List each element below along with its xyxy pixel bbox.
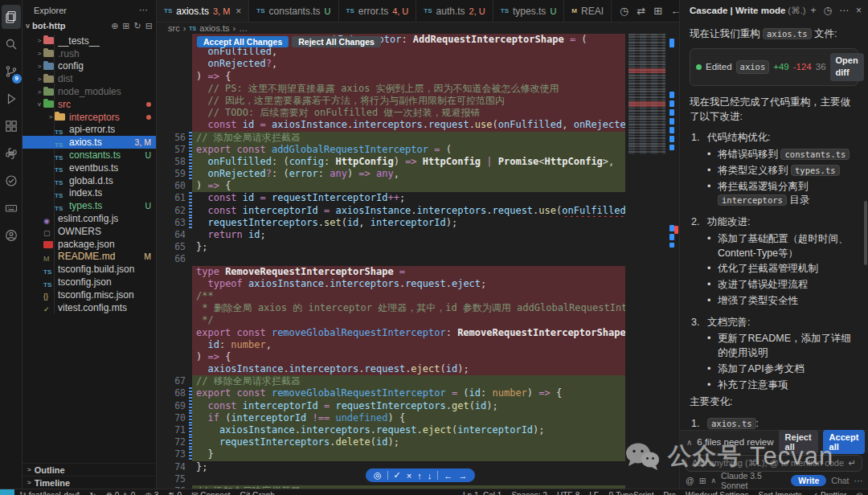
write-mode-button[interactable]: Write [791, 475, 826, 486]
status-item[interactable]: ✓ Prettier [807, 489, 851, 495]
tree-item-package-json[interactable]: package.json [23, 238, 156, 251]
status-item[interactable]: ◷ 3 [140, 489, 163, 495]
bullet-item: •更新了README，添加了详细的使用说明 [707, 332, 858, 361]
status-item[interactable]: LF [584, 489, 604, 495]
testing-icon[interactable] [2, 167, 21, 194]
timeline-section[interactable]: >Timeline [23, 476, 156, 489]
next-icon[interactable]: → [458, 471, 467, 481]
tree-item-eventbus-ts[interactable]: TSeventbus.ts [23, 162, 156, 174]
watermark-prefix: 公众号 [668, 440, 743, 472]
remote-indicator[interactable] [0, 489, 14, 495]
tab-REAI[interactable]: MREAI [564, 0, 612, 22]
tab-error-ts[interactable]: TSerror.ts4, U [339, 0, 417, 22]
tree-item-global-d-ts[interactable]: TSglobal.d.ts [23, 174, 156, 187]
search-icon[interactable] [2, 31, 21, 58]
down-icon[interactable]: ↓ [428, 471, 432, 481]
more-icon[interactable]: ⋯ [839, 5, 849, 16]
new-conversation-icon[interactable]: + [810, 5, 816, 16]
folder-icon [43, 100, 55, 108]
tab-auth-ts[interactable]: TSauth.ts2, U [416, 0, 493, 22]
cascade-scrollbar[interactable] [864, 201, 867, 265]
explorer-more-icon[interactable]: ⋯ [139, 5, 148, 15]
tree-item-interceptors[interactable]: >interceptors [23, 111, 156, 124]
reject-icon[interactable]: × [407, 471, 411, 481]
explorer-root[interactable]: v bot-http ⊕⊞↻⊟ [23, 18, 156, 33]
run-debug-icon[interactable] [2, 85, 21, 112]
breadcrumb[interactable]: src› TS axios.ts› … [157, 22, 679, 34]
new-file-icon[interactable]: ⊕ [111, 21, 118, 31]
bullet-dot: • [707, 332, 712, 361]
status-item[interactable]: Pre [658, 489, 681, 495]
tree-item-tsconfig-json[interactable]: TStsconfig.json [23, 276, 156, 288]
tree-item-constants-ts[interactable]: TSconstants.tsU [23, 149, 156, 162]
tree-item--rush[interactable]: >.rush [23, 47, 156, 60]
keyboard-icon[interactable] [2, 194, 21, 222]
new-folder-icon[interactable]: ⊞ [122, 21, 129, 31]
tab-constants-ts[interactable]: TSconstants.tsU [249, 0, 338, 22]
tab-axios-ts[interactable]: TSaxios.ts3, M× [157, 0, 249, 22]
tree-item-vitest-config-mts[interactable]: ✓vitest.config.mts [23, 301, 156, 314]
status-item[interactable]: Windsurf Settings [681, 489, 753, 495]
tree-item-tsconfig-misc-json[interactable]: {}tsconfig.misc.json [23, 288, 156, 301]
wechat-icon [624, 441, 661, 472]
accept-all-changes-button[interactable]: Accept All Changes [197, 36, 289, 47]
tree-item-tsconfig-build-json[interactable]: TStsconfig.build.json [23, 263, 156, 276]
status-item[interactable]: Spaces: 2 [506, 489, 551, 495]
status-item[interactable]: UTF-8 [552, 489, 584, 495]
status-item[interactable]: Sort Imports [753, 489, 806, 495]
status-item[interactable]: {} TypeScript [604, 489, 659, 495]
status-item[interactable]: ◎ [851, 489, 868, 495]
tree-item-README-md[interactable]: MREADME.mdM [23, 251, 156, 264]
tree-item-src[interactable]: vsrc [23, 98, 156, 111]
status-item[interactable]: ↻ [84, 489, 100, 495]
extensions-icon[interactable] [2, 112, 21, 140]
model-selector[interactable]: Claude 3.5 Sonnet [721, 471, 786, 490]
mention-icon[interactable]: @ [686, 476, 694, 485]
tree-item-dist[interactable]: >dist [23, 72, 156, 85]
up-icon[interactable]: ↑ [417, 471, 422, 481]
tree-item-OWNERS[interactable]: ▢OWNERS [23, 225, 156, 238]
history-icon[interactable]: ◷ [620, 5, 628, 17]
tab-types-ts[interactable]: TStypes.tsU [493, 0, 565, 22]
status-item[interactable]: Git Graph [235, 489, 280, 495]
folder-glyph [43, 37, 54, 44]
collapse-all-icon[interactable]: ⊟ [145, 21, 153, 31]
close-icon[interactable]: × [856, 5, 862, 16]
more-icon[interactable]: ⋯ [854, 476, 863, 485]
status-item[interactable]: feat/local-dev* [14, 489, 84, 495]
status-item[interactable]: ⇅ 0 [163, 489, 186, 495]
tree-item-eslint-config-js[interactable]: ◉eslint.config.js [23, 212, 156, 225]
open-diff-button[interactable]: Open diff [830, 53, 864, 81]
minimap[interactable] [628, 34, 665, 154]
status-item[interactable]: ✉ Connect [186, 489, 235, 495]
reject-all-changes-button[interactable]: Reject All Changes [292, 36, 381, 47]
prev-icon[interactable]: ← [444, 471, 452, 481]
split-editor-icon[interactable]: ⊞ [653, 5, 662, 17]
tree-item-types-ts[interactable]: TStypes.tsU [23, 199, 156, 212]
tree-item-config[interactable]: >config [23, 60, 156, 73]
tree-item-api-error-ts[interactable]: TSapi-error.ts [23, 124, 156, 137]
close-icon[interactable]: × [235, 6, 241, 17]
tree-item-node-modules[interactable]: >node_modules [23, 85, 156, 98]
tree-item-axios-ts[interactable]: TSaxios.ts3, M [23, 136, 156, 149]
refresh-icon[interactable]: ↻ [134, 21, 141, 31]
account-icon[interactable] [2, 222, 21, 249]
file-glyph: ◉ [43, 217, 50, 225]
files-icon[interactable] [2, 3, 21, 31]
accept-icon[interactable]: ✓ [394, 470, 401, 481]
chevron-right-icon: > [47, 113, 55, 121]
tree-item-index-ts[interactable]: TSindex.ts [23, 187, 156, 200]
cascade-logo-icon[interactable]: ◎ [374, 470, 382, 481]
source-control-icon[interactable]: 9 [2, 58, 21, 85]
image-icon[interactable]: ⊞ [699, 476, 706, 485]
python-icon[interactable] [2, 140, 21, 167]
compare-changes-icon[interactable]: ⇄ [637, 5, 645, 17]
status-item[interactable]: ⊗ 0 ⚠ 0 [101, 489, 141, 495]
file-name: OWNERS [58, 226, 101, 237]
status-item[interactable]: Ln 1, Col 1 [458, 489, 506, 495]
diff-navigation-pill[interactable]: ◎✓×↑↓←→ [366, 468, 475, 482]
chat-mode-button[interactable]: Chat [831, 476, 849, 485]
tree-item---tests--[interactable]: >__tests__ [23, 35, 156, 47]
outline-section[interactable]: >Outline [23, 463, 156, 476]
history-icon[interactable]: ◷ [824, 5, 832, 16]
